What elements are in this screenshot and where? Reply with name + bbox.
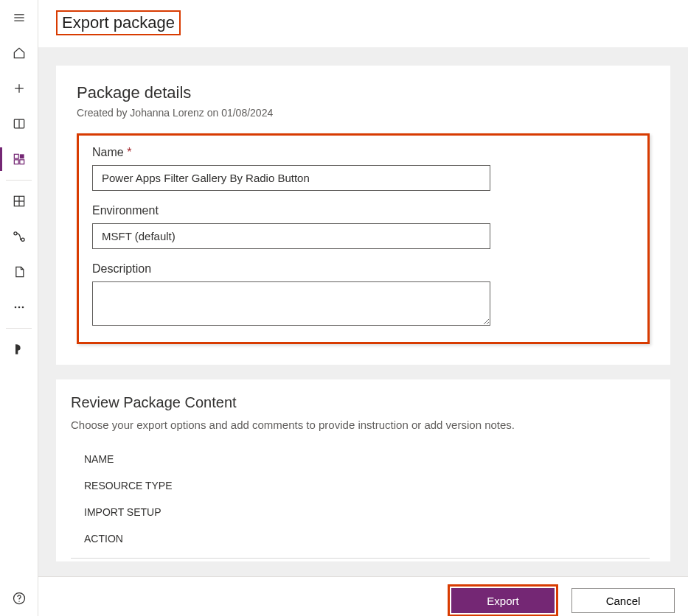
svg-point-17 [18,307,20,309]
hamburger-icon [12,10,27,25]
nav-hamburger[interactable] [0,0,38,35]
review-title: Review Package Content [71,394,650,411]
nav-create[interactable] [0,71,38,106]
review-description: Choose your export options and add comme… [71,419,650,431]
plus-icon [12,81,27,96]
svg-rect-9 [14,160,18,164]
page-header: Export package [38,0,688,48]
review-card: Review Package Content Choose your expor… [56,379,670,561]
left-navigation-rail [0,0,38,616]
cancel-button[interactable]: Cancel [571,588,675,613]
review-divider [71,558,650,559]
footer-bar: Export Cancel [38,576,688,616]
svg-point-14 [13,232,16,235]
definition-name: NAME [84,446,650,472]
svg-point-18 [21,307,24,309]
nav-help[interactable] [0,581,38,616]
environment-field-group: Environment [92,204,634,249]
main-content: Export package Package details Created b… [38,0,688,616]
nav-more[interactable] [0,290,38,325]
definition-import-setup: IMPORT SETUP [84,499,650,525]
book-icon [12,116,27,131]
solution-icon [12,265,27,279]
description-label: Description [92,262,634,276]
definition-resource-type: RESOURCE TYPE [84,472,650,499]
nav-tables[interactable] [0,183,38,219]
export-button[interactable]: Export [451,588,555,613]
details-highlight: Name * Environment Description [77,133,650,344]
svg-rect-10 [19,160,24,164]
nav-learn[interactable] [0,106,38,141]
svg-rect-8 [19,154,24,158]
name-field-group: Name * [92,146,634,191]
created-by-text: Created by Johanna Lorenz on 01/08/2024 [77,107,650,119]
name-input[interactable] [92,165,490,191]
name-label: Name * [92,146,634,159]
section-title: Package details [77,83,650,102]
nav-home[interactable] [0,35,38,71]
apps-icon [12,152,27,167]
definition-action: ACTION [84,525,650,552]
power-icon [12,342,27,357]
page-title: Export package [56,10,181,35]
svg-point-16 [14,307,16,309]
nav-separator-2 [6,328,32,329]
svg-rect-7 [14,154,18,158]
nav-power-platform[interactable] [0,332,38,367]
content-area: Package details Created by Johanna Loren… [38,48,688,616]
flow-icon [12,229,27,244]
table-icon [12,194,27,209]
help-icon [12,591,27,606]
svg-point-15 [21,238,24,241]
nav-flows[interactable] [0,219,38,254]
description-field-group: Description [92,262,634,329]
home-icon [12,46,27,60]
nav-separator [6,180,32,181]
description-textarea[interactable] [92,281,490,326]
nav-apps[interactable] [0,141,38,177]
nav-solutions[interactable] [0,254,38,290]
package-details-card: Package details Created by Johanna Loren… [56,66,670,365]
environment-input[interactable] [92,223,490,249]
export-highlight: Export [448,584,558,616]
environment-label: Environment [92,204,634,217]
required-asterisk: * [127,146,131,158]
svg-point-20 [18,601,19,602]
more-icon [12,300,27,315]
